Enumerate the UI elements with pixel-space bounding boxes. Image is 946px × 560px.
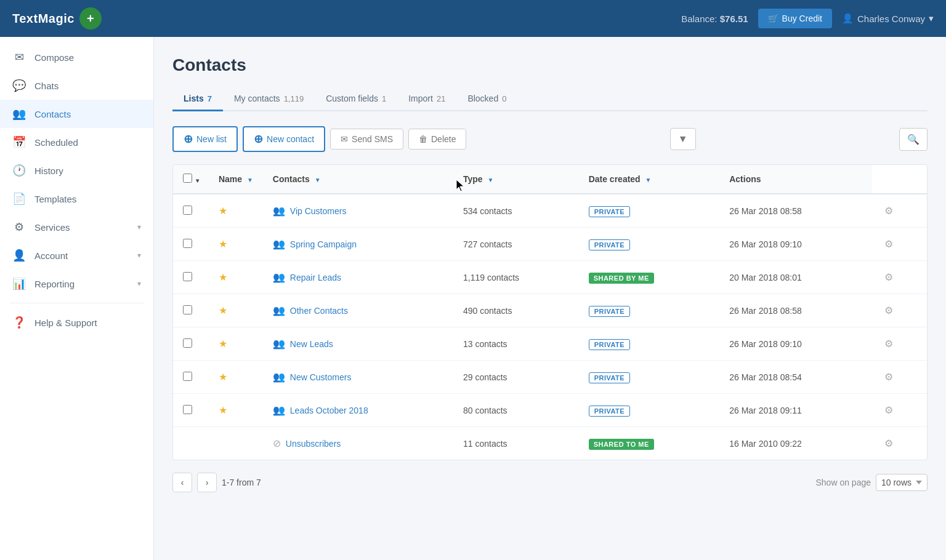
gear-button[interactable]: ⚙ [882,402,895,418]
select-all-checkbox[interactable] [183,174,192,183]
gear-button[interactable]: ⚙ [882,335,895,352]
plus-icon: ⊕ [184,132,193,146]
row-checkbox[interactable] [183,305,192,314]
header-date-created[interactable]: Date created ▼ [579,165,720,194]
checkbox-cell [173,361,209,394]
sidebar-item-templates[interactable]: 📄 Templates [0,185,153,213]
table-row: ★ 👥 Other Contacts 490 contacts PRIVATE … [173,294,927,327]
sort-icon: ▼ [645,177,652,183]
history-icon: 🕐 [12,164,26,177]
star-icon[interactable]: ★ [219,239,227,249]
star-icon[interactable]: ★ [219,272,227,282]
add-icon[interactable]: + [79,7,102,30]
pagination: ‹ › 1-7 from 7 Show on page 10 rows 20 r… [172,473,928,492]
filter-button[interactable]: ▼ [670,128,696,150]
date-cell: 26 Mar 2018 08:54 [719,361,871,394]
sidebar-item-label: Help & Support [34,318,97,328]
type-badge: SHARED TO ME [589,439,654,450]
type-badge: SHARED BY ME [589,273,654,284]
gear-button[interactable]: ⚙ [882,302,895,319]
tab-blocked[interactable]: Blocked 0 [456,87,517,111]
name-cell: 👥 Leads October 2018 [263,394,453,427]
sidebar-item-contacts[interactable]: 👥 Contacts [0,100,153,128]
next-page-button[interactable]: › [197,473,217,492]
sidebar-item-account[interactable]: 👤 Account ▾ [0,241,153,270]
templates-icon: 📄 [12,192,26,206]
search-button[interactable]: 🔍 [899,128,928,151]
star-icon[interactable]: ★ [219,372,227,382]
sidebar-item-scheduled[interactable]: 📅 Scheduled [0,128,153,156]
search-icon: 🔍 [907,134,920,145]
star-cell: ★ [209,228,263,261]
plus-icon: ⊕ [254,132,263,146]
checkbox-cell [173,228,209,261]
header-name[interactable]: Name ▼ [209,165,263,194]
list-name-link[interactable]: Other Contacts [290,306,348,316]
row-checkbox[interactable] [183,272,192,281]
date-cell: 26 Mar 2018 09:11 [719,394,871,427]
gear-button[interactable]: ⚙ [882,269,895,286]
chevron-icon: ▾ [137,279,141,288]
actions-cell: ⚙ [872,294,927,327]
list-name-link[interactable]: New Leads [290,339,333,349]
list-name-link[interactable]: Unsubscribers [286,439,341,449]
dropdown-arrow[interactable]: ▾ [196,177,199,184]
buy-credit-button[interactable]: 🛒 Buy Credit [758,9,832,28]
row-checkbox[interactable] [183,372,192,381]
actions-cell: ⚙ [872,228,927,261]
prev-page-button[interactable]: ‹ [172,473,192,492]
contact-count-cell: 13 contacts [453,327,579,361]
row-checkbox[interactable] [183,239,192,248]
sort-icon: ▼ [315,177,321,183]
sidebar-item-reporting[interactable]: 📊 Reporting ▾ [0,270,153,298]
gear-button[interactable]: ⚙ [882,236,895,252]
star-icon[interactable]: ★ [219,206,227,216]
list-name-link[interactable]: New Customers [290,372,352,382]
list-name-link[interactable]: Spring Campaign [290,239,357,249]
star-cell: ★ [209,261,263,294]
star-icon[interactable]: ★ [219,305,227,316]
gear-button[interactable]: ⚙ [882,435,895,452]
sidebar-item-services[interactable]: ⚙ Services ▾ [0,213,153,241]
rows-per-page-select[interactable]: 10 rows 20 rows 50 rows [876,474,928,491]
header-contacts[interactable]: Contacts ▼ [263,165,453,194]
help-icon: ❓ [12,316,26,329]
sidebar-item-label: Services [34,222,70,233]
tab-my-contacts[interactable]: My contacts 1,119 [223,87,315,111]
tab-lists[interactable]: Lists 7 [172,87,223,111]
chevron-icon: ▾ [137,223,141,231]
list-name-link[interactable]: Vip Customers [290,206,347,216]
row-checkbox[interactable] [183,405,192,414]
sidebar-item-chats[interactable]: 💬 Chats [0,71,153,100]
user-menu[interactable]: 👤 Charles Conway ▾ [842,13,934,24]
sidebar-item-compose[interactable]: ✉ Compose [0,43,153,71]
send-sms-button[interactable]: ✉ Send SMS [330,129,403,150]
scheduled-icon: 📅 [12,135,26,149]
sort-icon: ▼ [247,177,253,183]
new-list-button[interactable]: ⊕ New list [172,126,238,152]
gear-button[interactable]: ⚙ [882,369,895,385]
new-contact-button[interactable]: ⊕ New contact [243,126,325,152]
name-cell: 👥 Repair Leads [263,261,453,294]
header-type[interactable]: Type ▼ [453,165,579,194]
sidebar-item-help[interactable]: ❓ Help & Support [0,308,153,337]
row-checkbox[interactable] [183,206,192,215]
date-cell: 26 Mar 2018 08:58 [719,194,871,228]
name-cell: 👥 Spring Campaign [263,228,453,261]
list-name-link[interactable]: Leads October 2018 [290,406,368,415]
contact-count-cell: 11 contacts [453,427,579,460]
main-content: Contacts Lists 7 My contacts 1,119 Custo… [154,37,946,560]
type-badge: PRIVATE [589,406,631,417]
sidebar-item-history[interactable]: 🕐 History [0,156,153,185]
star-icon[interactable]: ★ [219,405,227,415]
tab-import[interactable]: Import 21 [397,87,456,111]
list-name-link[interactable]: Repair Leads [290,273,341,282]
tab-custom-fields[interactable]: Custom fields 1 [315,87,397,111]
star-icon[interactable]: ★ [219,338,227,349]
gear-button[interactable]: ⚙ [882,202,895,219]
checkbox-cell [173,261,209,294]
contact-count-cell: 1,119 contacts [453,261,579,294]
row-checkbox[interactable] [183,338,192,348]
actions-cell: ⚙ [872,394,927,427]
delete-button[interactable]: 🗑 Delete [408,129,466,150]
